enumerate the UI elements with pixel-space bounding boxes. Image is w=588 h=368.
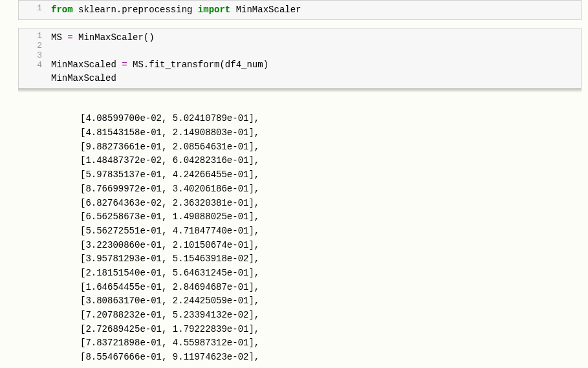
line-number-gutter: 1 bbox=[19, 1, 47, 19]
line-number: 1 bbox=[21, 31, 42, 41]
code-cell-1[interactable]: 1 from sklearn.preprocessing import MinM… bbox=[18, 0, 582, 20]
operator-eq: = bbox=[122, 60, 127, 70]
output-array: [4.08599700e-02, 5.02410789e-01], [4.815… bbox=[80, 112, 582, 361]
line-number: 3 bbox=[21, 50, 42, 60]
notebook: 1 from sklearn.preprocessing import MinM… bbox=[0, 0, 588, 361]
code-text: MS bbox=[51, 32, 67, 43]
module-path: sklearn.preprocessing bbox=[73, 5, 198, 15]
code-text: MinMaxScaler() bbox=[73, 32, 155, 43]
keyword-import: import bbox=[198, 5, 230, 15]
line-number: 1 bbox=[21, 3, 42, 13]
line-number-gutter: 1 2 3 4 bbox=[19, 28, 47, 88]
code-block[interactable]: MS = MinMaxScaler() MinMaxScaled = MS.fi… bbox=[47, 28, 581, 88]
keyword-from: from bbox=[51, 5, 73, 15]
code-text: MinMaxScaled bbox=[51, 60, 122, 70]
line-number: 4 bbox=[21, 60, 42, 70]
code-line[interactable]: from sklearn.preprocessing import MinMax… bbox=[47, 1, 581, 19]
line-number: 2 bbox=[21, 41, 42, 50]
blank-line bbox=[51, 46, 56, 56]
operator-eq: = bbox=[67, 32, 72, 43]
cell-input: 1 2 3 4 MS = MinMaxScaler() MinMaxScaled… bbox=[19, 28, 581, 88]
code-text: MS.fit_transform(df4_num) bbox=[127, 60, 268, 70]
code-cell-2[interactable]: 1 2 3 4 MS = MinMaxScaler() MinMaxScaled… bbox=[18, 28, 582, 89]
code-text: MinMaxScaled bbox=[51, 73, 116, 83]
cell-output[interactable]: [4.08599700e-02, 5.02410789e-01], [4.815… bbox=[18, 92, 582, 361]
import-name: MinMaxScaler bbox=[230, 5, 301, 15]
cell-input: 1 from sklearn.preprocessing import MinM… bbox=[19, 1, 581, 19]
